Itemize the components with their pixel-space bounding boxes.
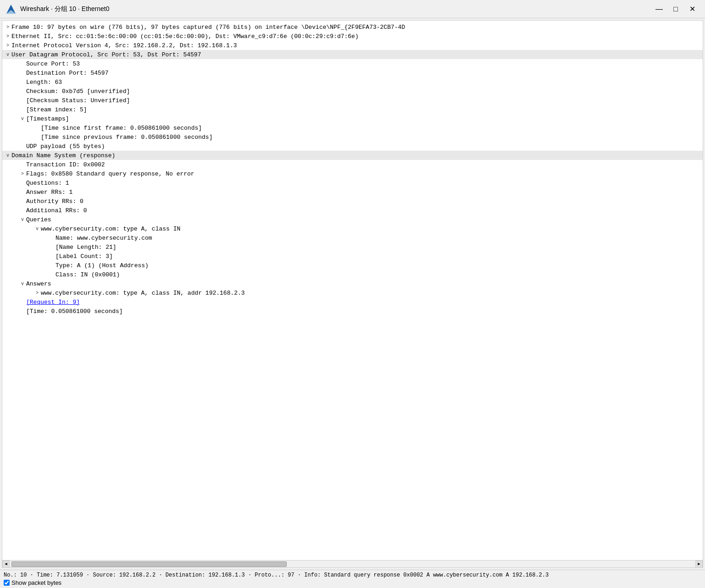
- tree-row[interactable]: Length: 63: [2, 77, 703, 87]
- tree-row-text: User Datagram Protocol, Src Port: 53, Ds…: [11, 51, 201, 58]
- show-bytes-row: Show packet bytes: [4, 579, 701, 586]
- tree-row[interactable]: vAnswers: [2, 279, 703, 288]
- tree-row-text: Checksum: 0xb7d5 [unverified]: [26, 88, 130, 95]
- tree-row-text: UDP payload (55 bytes): [26, 143, 105, 150]
- scroll-right-arrow[interactable]: ▶: [695, 561, 703, 568]
- tree-row[interactable]: Class: IN (0x0001): [2, 270, 703, 279]
- tree-row-text: Queries: [26, 216, 51, 223]
- tree-row-text[interactable]: [Request In: 9]: [26, 299, 80, 306]
- tree-row[interactable]: >Internet Protocol Version 4, Src: 192.1…: [2, 41, 703, 50]
- tree-toggle[interactable]: >: [4, 43, 11, 48]
- tree-row-text: Transaction ID: 0x0002: [26, 161, 105, 168]
- tree-row[interactable]: [Time since previous frame: 0.050861000 …: [2, 132, 703, 142]
- tree-toggle[interactable]: >: [19, 171, 26, 176]
- tree-row[interactable]: Additional RRs: 0: [2, 206, 703, 215]
- show-bytes-checkbox[interactable]: [4, 580, 10, 586]
- tree-row[interactable]: Authority RRs: 0: [2, 197, 703, 206]
- tree-row-text: Additional RRs: 0: [26, 207, 87, 214]
- tree-toggle[interactable]: v: [19, 116, 26, 121]
- tree-row[interactable]: Source Port: 53: [2, 59, 703, 68]
- tree-row[interactable]: [Time since first frame: 0.050861000 sec…: [2, 123, 703, 132]
- tree-toggle[interactable]: v: [4, 153, 11, 158]
- scroll-thumb[interactable]: [11, 561, 287, 567]
- tree-toggle[interactable]: >: [4, 25, 11, 30]
- tree-row[interactable]: Name: www.cybersecurity.com: [2, 233, 703, 242]
- tree-row[interactable]: [Stream index: 5]: [2, 105, 703, 114]
- tree-row[interactable]: [Checksum Status: Unverified]: [2, 96, 703, 105]
- tree-row[interactable]: >Ethernet II, Src: cc:01:5e:6c:00:00 (cc…: [2, 32, 703, 41]
- tree-row-text: Ethernet II, Src: cc:01:5e:6c:00:00 (cc:…: [11, 33, 359, 40]
- tree-row-text: Name: www.cybersecurity.com: [56, 235, 152, 242]
- tree-row-text: Frame 10: 97 bytes on wire (776 bits), 9…: [11, 24, 405, 31]
- tree-row-text: [Stream index: 5]: [26, 106, 87, 113]
- tree-row[interactable]: [Time: 0.050861000 seconds]: [2, 307, 703, 316]
- tree-toggle[interactable]: v: [19, 281, 26, 286]
- tree-row[interactable]: UDP payload (55 bytes): [2, 142, 703, 151]
- tree-row-text: Class: IN (0x0001): [56, 271, 120, 278]
- horizontal-scrollbar[interactable]: ◀ ▶: [2, 560, 703, 567]
- tree-toggle[interactable]: v: [4, 52, 11, 57]
- tree-row[interactable]: vQueries: [2, 215, 703, 224]
- tree-row[interactable]: Answer RRs: 1: [2, 187, 703, 197]
- tree-toggle[interactable]: >: [33, 291, 41, 296]
- tree-row-text: Type: A (1) (Host Address): [56, 262, 149, 269]
- packet-tree[interactable]: >Frame 10: 97 bytes on wire (776 bits), …: [2, 21, 703, 560]
- title-bar-left: Wireshark · 分组 10 · Ethernet0: [6, 4, 110, 15]
- tree-row[interactable]: >www.cybersecurity.com: type A, class IN…: [2, 288, 703, 297]
- minimize-button[interactable]: —: [652, 3, 666, 16]
- window-title: Wireshark · 分组 10 · Ethernet0: [20, 5, 110, 13]
- tree-row[interactable]: vwww.cybersecurity.com: type A, class IN: [2, 224, 703, 233]
- tree-row[interactable]: vDomain Name System (response): [2, 151, 703, 160]
- tree-row-text: [Timestamps]: [26, 115, 69, 122]
- tree-row-text: Flags: 0x8580 Standard query response, N…: [26, 170, 194, 177]
- tree-row-text: [Name Length: 21]: [56, 244, 117, 251]
- main-content: >Frame 10: 97 bytes on wire (776 bits), …: [2, 20, 703, 568]
- tree-row-text: Answers: [26, 280, 51, 287]
- tree-row-text: [Label Count: 3]: [56, 253, 113, 260]
- tree-row[interactable]: Destination Port: 54597: [2, 68, 703, 77]
- status-text: No.: 10 · Time: 7.131059 · Source: 192.1…: [4, 572, 701, 578]
- tree-row[interactable]: >Flags: 0x8580 Standard query response, …: [2, 169, 703, 178]
- close-button[interactable]: ✕: [685, 3, 699, 16]
- tree-row-text: [Time: 0.050861000 seconds]: [26, 308, 123, 315]
- tree-row[interactable]: >Frame 10: 97 bytes on wire (776 bits), …: [2, 22, 703, 32]
- tree-row-text: Answer RRs: 1: [26, 189, 72, 196]
- tree-toggle[interactable]: v: [33, 226, 41, 231]
- tree-row[interactable]: Checksum: 0xb7d5 [unverified]: [2, 87, 703, 96]
- tree-row-text: Source Port: 53: [26, 60, 80, 67]
- tree-toggle[interactable]: v: [19, 217, 26, 222]
- scroll-left-arrow[interactable]: ◀: [2, 561, 10, 568]
- tree-row-text: www.cybersecurity.com: type A, class IN: [41, 225, 180, 232]
- status-bar: No.: 10 · Time: 7.131059 · Source: 192.1…: [0, 570, 705, 588]
- tree-row-text: [Checksum Status: Unverified]: [26, 97, 130, 104]
- maximize-button[interactable]: □: [668, 3, 683, 16]
- tree-row[interactable]: [Request In: 9]: [2, 297, 703, 307]
- tree-row-text: www.cybersecurity.com: type A, class IN,…: [41, 290, 245, 297]
- tree-row[interactable]: Transaction ID: 0x0002: [2, 160, 703, 169]
- tree-row-text: Destination Port: 54597: [26, 70, 108, 77]
- tree-row[interactable]: Type: A (1) (Host Address): [2, 261, 703, 270]
- tree-row-text: Internet Protocol Version 4, Src: 192.16…: [11, 42, 237, 49]
- title-bar-buttons: — □ ✕: [652, 3, 699, 16]
- tree-row-text: Length: 63: [26, 79, 62, 86]
- tree-row-text: Authority RRs: 0: [26, 198, 83, 205]
- tree-row[interactable]: vUser Datagram Protocol, Src Port: 53, D…: [2, 50, 703, 59]
- tree-row[interactable]: Questions: 1: [2, 178, 703, 187]
- tree-row[interactable]: [Label Count: 3]: [2, 252, 703, 261]
- tree-row-text: Domain Name System (response): [11, 152, 115, 159]
- tree-row-text: Questions: 1: [26, 180, 69, 187]
- tree-row-text: [Time since previous frame: 0.050861000 …: [41, 134, 212, 141]
- tree-row-text: [Time since first frame: 0.050861000 sec…: [41, 125, 202, 132]
- wireshark-logo: [6, 4, 17, 15]
- tree-row[interactable]: v[Timestamps]: [2, 114, 703, 123]
- title-bar: Wireshark · 分组 10 · Ethernet0 — □ ✕: [0, 0, 705, 18]
- show-bytes-label: Show packet bytes: [11, 579, 61, 586]
- tree-toggle[interactable]: >: [4, 34, 11, 39]
- tree-row[interactable]: [Name Length: 21]: [2, 242, 703, 252]
